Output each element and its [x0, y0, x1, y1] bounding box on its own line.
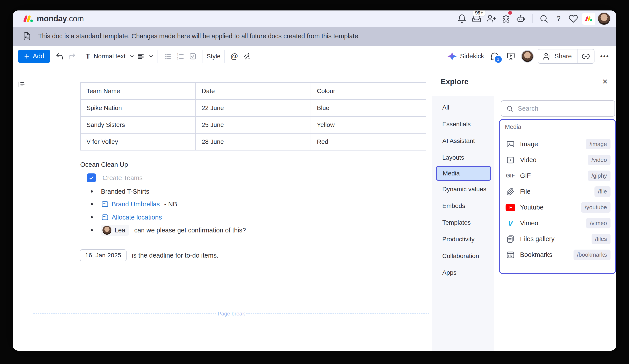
notifications-button[interactable] — [456, 13, 468, 25]
category-media-selected[interactable]: Media — [436, 166, 491, 181]
bullet-dot — [91, 216, 93, 218]
page-break[interactable]: Page break — [33, 311, 429, 317]
banner-message: This doc is a standard template. Changes… — [38, 32, 360, 40]
media-item-youtube[interactable]: Youtube /youtube — [500, 199, 615, 215]
category-layouts[interactable]: Layouts — [432, 149, 494, 166]
todo-label[interactable]: Create Teams — [103, 174, 143, 182]
inbox-button[interactable]: 99+ — [471, 13, 483, 25]
doc-link-allocate-locations[interactable]: Allocate locations — [101, 213, 162, 221]
bullet-item[interactable]: Branded T-Shirts — [91, 186, 149, 197]
table-cell[interactable]: Blue — [311, 99, 426, 116]
table-cell[interactable]: 22 June — [196, 99, 311, 116]
link-icon — [582, 52, 590, 61]
bullet-text: Branded T-Shirts — [101, 188, 149, 195]
doc-link-brand-umbrellas[interactable]: Brand Umbrellas — [101, 200, 160, 208]
category-apps[interactable]: Apps — [432, 264, 494, 281]
doc-outline-button[interactable] — [17, 80, 26, 89]
product-switcher[interactable] — [582, 13, 595, 25]
category-all[interactable]: All — [432, 99, 494, 116]
mention-button[interactable]: @ — [228, 50, 241, 63]
category-dynamic-values[interactable]: Dynamic values — [432, 181, 494, 197]
todo-checkbox-checked[interactable] — [87, 174, 96, 182]
bullet-item[interactable]: Lea can we please get confirmation of th… — [91, 224, 246, 236]
user-mention-chip[interactable]: Lea — [101, 225, 129, 236]
doc-canvas[interactable]: Team Name Date Colour Spike Nation 22 Ju… — [13, 67, 432, 351]
explore-search[interactable] — [501, 100, 615, 117]
media-item-file[interactable]: File /file — [500, 184, 615, 199]
whats-new-button[interactable] — [567, 13, 579, 25]
table-row: Sandy Sisters 25 June Yellow — [80, 116, 426, 133]
notification-dot — [508, 11, 512, 15]
ai-improve-button[interactable] — [241, 50, 253, 63]
category-embeds[interactable]: Embeds — [432, 197, 494, 214]
undo-icon — [55, 52, 64, 61]
text-style-dropdown[interactable]: T Normal text — [86, 50, 135, 63]
svg-text:1: 1 — [177, 53, 178, 56]
table-cell[interactable]: Red — [311, 133, 426, 150]
category-productivity[interactable]: Productivity — [432, 231, 494, 248]
user-avatar[interactable] — [598, 12, 611, 25]
table-header-row: Team Name Date Colour — [80, 83, 426, 99]
undo-button[interactable] — [53, 50, 66, 63]
table-cell[interactable]: Spike Nation — [80, 99, 196, 116]
bullet-list-button[interactable] — [161, 50, 174, 63]
search-input[interactable] — [517, 105, 610, 112]
copy-link-button[interactable] — [578, 49, 594, 63]
share-button[interactable]: Share — [538, 49, 577, 63]
bullet-item[interactable]: Brand Umbrellas - NB — [91, 199, 177, 210]
mention-name: Lea — [115, 227, 125, 234]
checklist-button[interactable] — [186, 50, 199, 63]
bullet-item[interactable]: Allocate locations — [91, 212, 162, 223]
redo-button[interactable] — [66, 50, 78, 63]
chevron-down-icon — [129, 53, 135, 59]
share-button-group: Share — [538, 49, 595, 64]
present-button[interactable] — [505, 50, 517, 63]
table-cell[interactable]: V for Volley — [80, 133, 196, 150]
table-cell[interactable]: Sandy Sisters — [80, 116, 196, 133]
media-item-bookmarks[interactable]: Bookmarks /bookmarks — [500, 247, 615, 263]
table-header-cell[interactable]: Date — [196, 83, 311, 99]
sidekick-button[interactable]: Sidekick — [447, 51, 484, 61]
media-item-video[interactable]: Video /video — [500, 152, 615, 168]
table-header-cell[interactable]: Team Name — [80, 83, 196, 99]
person-add-icon — [487, 14, 496, 23]
numbered-list-button[interactable]: 12 — [174, 50, 186, 63]
media-item-gif[interactable]: GIF GIF /giphy — [500, 168, 615, 184]
monday-logo[interactable]: monday.com — [22, 14, 84, 23]
table-header-cell[interactable]: Colour — [311, 83, 426, 99]
search-button[interactable] — [538, 13, 550, 25]
help-button[interactable]: ? — [553, 13, 565, 25]
media-item-files-gallery[interactable]: Files gallery /files — [500, 231, 615, 247]
close-icon[interactable]: ✕ — [602, 78, 608, 86]
doc-collaborator-avatar[interactable] — [521, 50, 534, 63]
date-chip[interactable]: 16, Jan 2025 — [80, 249, 127, 261]
invite-members-button[interactable] — [485, 13, 497, 25]
numbered-list-icon: 12 — [176, 52, 184, 60]
table-cell[interactable]: Yellow — [311, 116, 426, 133]
more-options-button[interactable]: ••• — [599, 50, 611, 63]
image-icon — [505, 140, 516, 149]
align-dropdown[interactable] — [137, 50, 154, 63]
category-templates[interactable]: Templates — [432, 214, 494, 231]
category-essentials[interactable]: Essentials — [432, 116, 494, 132]
paperclip-icon — [505, 188, 516, 196]
category-ai-assistant[interactable]: AI Assistant — [432, 132, 494, 149]
category-collaboration[interactable]: Collaboration — [432, 248, 494, 264]
comments-button[interactable]: 1 — [488, 50, 501, 63]
table-cell[interactable]: 28 June — [196, 133, 311, 150]
add-button[interactable]: Add — [18, 50, 50, 63]
apps-marketplace-button[interactable] — [500, 13, 512, 25]
outline-icon — [17, 80, 26, 89]
slash-command-badge: /vimeo — [586, 218, 611, 228]
doc-table[interactable]: Team Name Date Colour Spike Nation 22 Ju… — [80, 82, 426, 151]
doc-heading[interactable]: Ocean Clean Up — [80, 161, 128, 168]
media-item-label: Video — [520, 156, 537, 164]
table-cell[interactable]: 25 June — [196, 116, 311, 133]
assistant-button[interactable] — [515, 13, 527, 25]
topbar-divider — [532, 14, 532, 23]
chevron-down-icon — [148, 53, 154, 59]
media-item-image[interactable]: Image /image — [500, 136, 615, 152]
robot-icon — [516, 14, 525, 23]
media-item-vimeo[interactable]: V Vimeo /vimeo — [500, 215, 615, 231]
style-button[interactable]: Style — [207, 50, 220, 63]
